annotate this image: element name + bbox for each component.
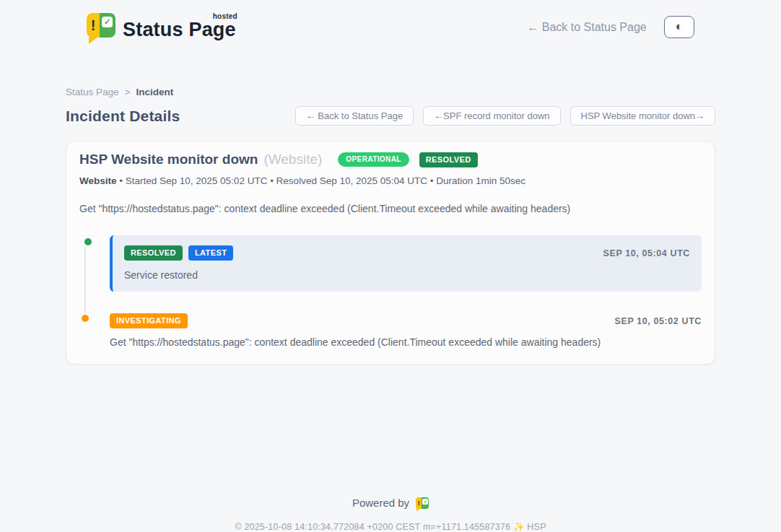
- mini-logo-exclamation-icon: !: [416, 497, 422, 509]
- breadcrumb-incident: Incident: [136, 87, 173, 97]
- header-back-link[interactable]: ← Back to Status Page: [527, 21, 646, 34]
- incident-title-row: HSP Website monitor down (Website) OPERA…: [79, 152, 702, 167]
- breadcrumb-status-page[interactable]: Status Page: [66, 87, 119, 97]
- timeline-timestamp: SEP 10, 05:02 UTC: [615, 316, 702, 326]
- incident-meta: Website • Started Sep 10, 2025 05:02 UTC…: [79, 175, 702, 186]
- timeline-message: Get "https://hostedstatus.page": context…: [110, 336, 702, 348]
- operational-status-badge: OPERATIONAL: [338, 152, 409, 167]
- incident-timeline: RESOLVED LATEST SEP 10, 05:04 UTC Servic…: [79, 235, 702, 348]
- mini-logo-check-icon: ✓: [422, 499, 428, 505]
- half-moon-contrast-icon: ◐: [676, 19, 683, 35]
- resolved-badge: RESOLVED: [124, 245, 183, 261]
- breadcrumb-separator: >: [125, 87, 131, 97]
- status-page-mini-logo-icon[interactable]: ! ✓: [416, 497, 429, 509]
- header: ! ✓ hosted Status Page ← Back to Status …: [0, 0, 781, 53]
- page-title: Incident Details: [66, 108, 180, 125]
- timeline-dot-orange: [79, 313, 91, 324]
- logo-exclamation-icon: !: [87, 13, 100, 38]
- incident-card: HSP Website monitor down (Website) OPERA…: [66, 141, 715, 365]
- powered-by-label: Powered by: [352, 497, 409, 509]
- app-logo[interactable]: ! ✓ hosted Status Page: [87, 13, 236, 41]
- logo-title: Status Page: [123, 19, 236, 40]
- mini-logo-green-half: ✓: [422, 497, 429, 509]
- breadcrumb: Status Page > Incident: [66, 87, 715, 97]
- incident-description: Get "https://hostedstatus.page": context…: [79, 203, 702, 214]
- timeline-entry-resolved: RESOLVED LATEST SEP 10, 05:04 UTC Servic…: [110, 235, 702, 292]
- next-incident-button[interactable]: HSP Website monitor down→: [570, 106, 715, 126]
- logo-green-half: ✓: [100, 13, 115, 38]
- back-to-status-page-button[interactable]: ← Back to Status Page: [295, 106, 414, 126]
- main-content: Status Page > Incident Incident Details …: [66, 87, 715, 532]
- resolved-state-badge: RESOLVED: [419, 152, 478, 167]
- powered-by-row: Powered by ! ✓: [66, 497, 715, 509]
- latest-badge: LATEST: [188, 245, 233, 261]
- timeline-timestamp: SEP 10, 05:04 UTC: [603, 248, 690, 258]
- copyright-text: © 2025-10-08 14:10:34.772084 +0200 CEST …: [66, 521, 715, 532]
- theme-toggle-button[interactable]: ◐: [664, 16, 694, 38]
- incident-nav-buttons: ← Back to Status Page ←SPF record monito…: [295, 106, 715, 126]
- timeline-entry-header: INVESTIGATING SEP 10, 05:02 UTC: [110, 313, 702, 328]
- timeline-dot-green: [82, 236, 94, 248]
- incident-title: HSP Website monitor down: [79, 152, 258, 167]
- heading-row: Incident Details ← Back to Status Page ←…: [66, 106, 715, 126]
- incident-component-label: (Website): [263, 152, 322, 167]
- meta-details: • Started Sep 10, 2025 05:02 UTC • Resol…: [119, 175, 525, 186]
- timeline-message: Service restored: [124, 269, 690, 281]
- timeline-entry-investigating: INVESTIGATING SEP 10, 05:02 UTC Get "htt…: [110, 313, 702, 348]
- meta-component-name: Website: [79, 175, 117, 186]
- timeline-connector-line: [84, 247, 86, 316]
- logo-hosted-label: hosted: [213, 12, 237, 20]
- logo-check-icon: ✓: [102, 17, 113, 27]
- mini-logo-bubble-tail: [416, 508, 421, 512]
- footer: Powered by ! ✓ © 2025-10-08 14:10:34.772…: [66, 497, 715, 532]
- header-right: ← Back to Status Page ◐: [527, 16, 694, 38]
- status-page-logo-icon: ! ✓: [87, 13, 115, 38]
- investigating-badge: INVESTIGATING: [110, 313, 188, 328]
- logo-bubble-tail: [89, 37, 98, 44]
- timeline-entry-header: RESOLVED LATEST SEP 10, 05:04 UTC: [124, 245, 690, 261]
- logo-text: hosted Status Page: [123, 13, 236, 41]
- prev-incident-button[interactable]: ←SPF record monitor down: [423, 106, 560, 126]
